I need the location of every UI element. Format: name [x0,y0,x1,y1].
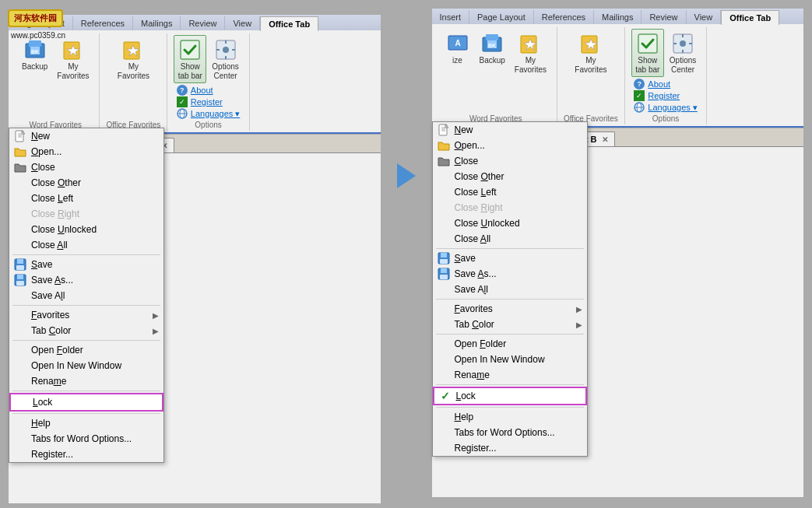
tab-office-tab-right[interactable]: Office Tab [721,10,779,25]
about-icon-left: ? [177,85,188,96]
menu-save-right[interactable]: Save [433,250,587,266]
options-center-button-right[interactable]: OptionsCenter [666,29,700,77]
languages-link-left[interactable]: Languages ▾ [191,109,241,119]
my-favorites2-button-right[interactable]: MyFavorites [571,29,610,77]
ribbon-group-options-right: Showtab bar [625,27,707,124]
languages-icon-right [634,102,645,113]
menu-register-right[interactable]: Register... [433,440,587,456]
tab-mailings-right[interactable]: Mailings [594,10,642,24]
ize-button-right[interactable]: A ize [441,29,474,68]
svg-point-10 [223,47,229,53]
svg-rect-33 [486,34,498,40]
ribbon-content-right: A ize BK [432,24,804,128]
menu-save-left[interactable]: Save [9,257,163,272]
menu-tab-color-right[interactable]: Tab Color ▶ [433,317,587,332]
backup-button-right[interactable]: BK Backup [476,29,509,68]
menu-favorites-left[interactable]: Favorites ▶ [9,307,163,323]
menu-close-all-right[interactable]: Close All [433,231,587,247]
options-center-button-left[interactable]: OptionsCenter [208,35,242,83]
menu-open-left[interactable]: Open... [9,144,163,159]
menu-close-left[interactable]: Close [9,159,163,175]
tab-view-left[interactable]: View [225,16,260,30]
menu-close-other-left[interactable]: Close Other [9,175,163,191]
tab-review-right[interactable]: Review [642,10,686,24]
menu-register-left[interactable]: Register... [9,447,163,462]
svg-text:BK: BK [31,49,39,54]
menu-tab-color-left[interactable]: Tab Color ▶ [9,323,163,338]
menu-favorites-right[interactable]: Favorites ▶ [433,301,587,317]
menu-close-right-panel[interactable]: Close [433,153,587,169]
menu-sep2-right [436,299,584,300]
my-favorites1-button-right[interactable]: MyFavorites [511,29,550,77]
menu-close-right-left[interactable]: Close Right [9,206,163,222]
menu-tabs-word-options-right[interactable]: Tabs for Word Options... [433,425,587,440]
menu-new-left[interactable]: New [9,128,163,144]
svg-rect-24 [17,259,23,264]
menu-close-unlocked-right[interactable]: Close Unlocked [433,215,587,231]
main-container: 河东软件园 www.pc0359.cn Page Layout Referenc… [0,0,812,508]
menu-save-as-right[interactable]: Save As... [433,266,587,282]
tab-references-left[interactable]: References [73,16,133,30]
menu-save-as-left[interactable]: + Save As... [9,272,163,288]
backup-button-left[interactable]: BK Backup [18,35,51,74]
ize-label-right: ize [452,56,462,65]
menu-close-right-item[interactable]: Close Right [433,200,587,215]
tab-page-layout-right[interactable]: Page Layout [469,10,534,24]
tab-view-right[interactable]: View [687,10,722,24]
ribbon-tabs-left: Page Layout References Mailings Review V… [9,15,381,30]
menu-help-right[interactable]: Help [433,409,587,425]
menu-help-left[interactable]: Help [9,415,163,431]
show-tabbar-icon-right [635,31,660,56]
menu-close-unlocked-left[interactable]: Close Unlocked [9,222,163,237]
options-label-left: Options [195,119,221,129]
menu-open-new-window-left[interactable]: Open In New Window [9,358,163,373]
menu-lock-right[interactable]: ✓ Lock [433,387,587,405]
menu-save-as-icon-right [436,266,452,282]
show-tabbar-label-right: Showtab bar [635,56,659,75]
tab-review-left[interactable]: Review [181,16,225,30]
languages-icon-left [177,108,188,119]
about-link-left[interactable]: About [191,86,213,95]
my-favorites2-button-left[interactable]: MyFavorites [114,35,153,83]
menu-tabs-word-options-left[interactable]: Tabs for Word Options... [9,431,163,447]
menu-open-folder-left[interactable]: Open Folder [9,342,163,358]
menu-save-all-right[interactable]: Save All [433,282,587,297]
menu-rename-left[interactable]: Rename [9,373,163,389]
arrow-container [397,8,416,188]
menu-rename-right[interactable]: Rename [433,367,587,383]
my-favorites1-icon-left [61,37,86,62]
my-favorites1-button-left[interactable]: MyFavorites [53,35,93,83]
show-tabbar-button-right[interactable]: Showtab bar [631,29,664,77]
register-link-right[interactable]: Register [648,91,680,100]
tab-references-right[interactable]: References [534,10,594,24]
menu-open-right[interactable]: Open... [433,138,587,153]
tab-mailings-left[interactable]: Mailings [133,16,181,30]
backup-icon-right: BK [480,31,504,56]
menu-close-other-right[interactable]: Close Other [433,169,587,184]
show-tabbar-icon-left [178,37,202,62]
menu-sep1-left [12,254,160,255]
svg-rect-56 [441,253,447,258]
options-label-right: Options [652,113,679,123]
menu-close-left-item[interactable]: Close Left [9,191,163,206]
about-link-right[interactable]: About [648,79,670,89]
menu-save-as-icon-left: + [12,272,28,288]
tab-office-tab-left[interactable]: Office Tab [260,16,318,31]
tab-insert-right[interactable]: Insert [432,10,470,24]
panel-right: Insert Page Layout References Mailings R… [431,8,805,498]
tabcolor-submenu-arrow-left: ▶ [153,327,159,335]
ribbon-group-word-favorites-left: BK Backup My [12,33,100,131]
menu-close-left-right[interactable]: Close Left [433,184,587,200]
register-link-left[interactable]: Register [191,97,223,107]
menu-new-right[interactable]: New [433,122,587,138]
languages-link-right[interactable]: Languages ▾ [648,103,698,113]
doc-tab-close-right[interactable]: ✕ [602,135,608,144]
show-tabbar-button-left[interactable]: Showtab bar [174,35,206,83]
menu-save-all-left[interactable]: Save All [9,288,163,303]
menu-open-folder-right[interactable]: Open Folder [433,336,587,352]
menu-open-new-window-right[interactable]: Open In New Window [433,352,587,367]
menu-sep5-right [436,407,584,408]
menu-close-all-left[interactable]: Close All [9,237,163,253]
menu-lock-left[interactable]: Lock [9,393,163,412]
svg-rect-57 [440,259,448,264]
